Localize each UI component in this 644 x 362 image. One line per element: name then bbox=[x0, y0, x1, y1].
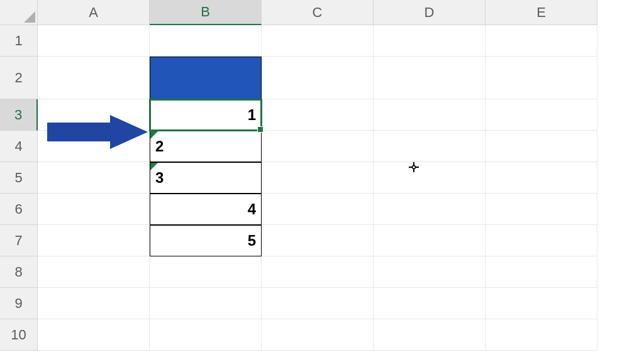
col-header-d[interactable]: D bbox=[374, 0, 486, 25]
arrow-annotation-icon bbox=[47, 115, 148, 151]
cell-d6[interactable] bbox=[374, 194, 486, 225]
svg-marker-0 bbox=[47, 115, 148, 149]
cell-d9[interactable] bbox=[374, 288, 486, 319]
cell-c5[interactable] bbox=[262, 162, 374, 194]
cell-e1[interactable] bbox=[486, 25, 597, 57]
cell-b3[interactable]: 1 bbox=[150, 99, 262, 131]
cell-d5[interactable] bbox=[374, 162, 486, 194]
cell-b6[interactable]: 4 bbox=[150, 194, 262, 225]
cell-b9[interactable] bbox=[150, 288, 262, 319]
cell-e3[interactable] bbox=[486, 99, 597, 131]
cell-b2[interactable] bbox=[150, 57, 262, 99]
row-header-7[interactable]: 7 bbox=[0, 225, 38, 256]
cell-e7[interactable] bbox=[486, 225, 597, 256]
cell-d2[interactable] bbox=[374, 57, 486, 99]
cell-d7[interactable] bbox=[374, 225, 486, 256]
cell-e10[interactable] bbox=[486, 319, 597, 351]
cell-a5[interactable] bbox=[38, 162, 150, 194]
cell-cursor-icon bbox=[409, 162, 419, 174]
cell-c6[interactable] bbox=[262, 194, 374, 225]
cell-e2[interactable] bbox=[486, 57, 597, 99]
cell-d10[interactable] bbox=[374, 319, 486, 351]
col-header-c[interactable]: C bbox=[262, 0, 374, 25]
row-header-1[interactable]: 1 bbox=[0, 25, 38, 57]
col-header-b[interactable]: B bbox=[150, 0, 262, 25]
col-header-e[interactable]: E bbox=[486, 0, 597, 25]
cell-b5[interactable]: 3 bbox=[150, 162, 262, 194]
cell-a1[interactable] bbox=[38, 25, 150, 57]
cell-a7[interactable] bbox=[38, 225, 150, 256]
row-header-6[interactable]: 6 bbox=[0, 194, 38, 225]
cell-d4[interactable] bbox=[374, 131, 486, 162]
row-header-9[interactable]: 9 bbox=[0, 288, 38, 319]
svg-point-1 bbox=[413, 166, 416, 169]
cell-c10[interactable] bbox=[262, 319, 374, 351]
cell-e8[interactable] bbox=[486, 256, 597, 288]
cell-a10[interactable] bbox=[38, 319, 150, 351]
cell-a6[interactable] bbox=[38, 194, 150, 225]
spreadsheet-grid: A B C D E 1 2 3 1 4 2 5 3 6 4 7 5 8 bbox=[0, 0, 597, 351]
cell-d3[interactable] bbox=[374, 99, 486, 131]
cell-e6[interactable] bbox=[486, 194, 597, 225]
cell-a8[interactable] bbox=[38, 256, 150, 288]
cell-a9[interactable] bbox=[38, 288, 150, 319]
cell-c1[interactable] bbox=[262, 25, 374, 57]
row-header-3[interactable]: 3 bbox=[0, 99, 38, 131]
row-header-8[interactable]: 8 bbox=[0, 256, 38, 288]
row-header-10[interactable]: 10 bbox=[0, 319, 38, 351]
cell-e9[interactable] bbox=[486, 288, 597, 319]
col-header-a[interactable]: A bbox=[38, 0, 150, 25]
cell-c2[interactable] bbox=[262, 57, 374, 99]
cell-b7[interactable]: 5 bbox=[150, 225, 262, 256]
row-header-4[interactable]: 4 bbox=[0, 131, 38, 162]
cell-b8[interactable] bbox=[150, 256, 262, 288]
cell-e5[interactable] bbox=[486, 162, 597, 194]
cell-c3[interactable] bbox=[262, 99, 374, 131]
select-all-corner[interactable] bbox=[0, 0, 38, 25]
row-header-5[interactable]: 5 bbox=[0, 162, 38, 194]
cell-e4[interactable] bbox=[486, 131, 597, 162]
cell-d1[interactable] bbox=[374, 25, 486, 57]
row-header-2[interactable]: 2 bbox=[0, 57, 38, 99]
cell-c8[interactable] bbox=[262, 256, 374, 288]
cell-c7[interactable] bbox=[262, 225, 374, 256]
cell-a2[interactable] bbox=[38, 57, 150, 99]
cell-b1[interactable] bbox=[150, 25, 262, 57]
cell-c4[interactable] bbox=[262, 131, 374, 162]
cell-b10[interactable] bbox=[150, 319, 262, 351]
cell-b4[interactable]: 2 bbox=[150, 131, 262, 162]
cell-d8[interactable] bbox=[374, 256, 486, 288]
cell-c9[interactable] bbox=[262, 288, 374, 319]
